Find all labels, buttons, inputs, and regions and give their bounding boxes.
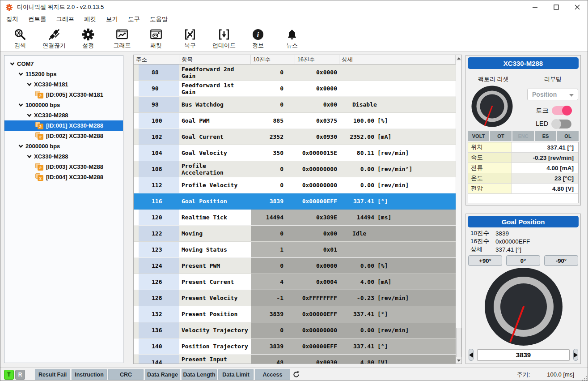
goal-button-zero[interactable]: 0° xyxy=(506,255,540,266)
table-row-88[interactable]: 88Feedforward 2nd Gain00x0000 xyxy=(134,64,456,81)
minimize-icon xyxy=(533,4,538,10)
tree-item-model-xc330-m288-a[interactable]: XC330-M288 xyxy=(4,110,123,120)
status-button-data-limit[interactable]: Data Limit xyxy=(218,369,254,380)
menu-item-graph[interactable]: 그래프 xyxy=(51,15,80,23)
table-row-102[interactable]: 102Goal Current23520x09302352.00[mA] xyxy=(134,129,456,145)
cell-decimal: 2352 xyxy=(251,129,295,145)
goal-value-input[interactable] xyxy=(477,349,570,361)
tree-item-id-005-xc330-m181[interactable]: 2[ID:005] XC330-M181 xyxy=(4,90,123,100)
resize-grip[interactable] xyxy=(582,376,587,381)
tree-item-com7[interactable]: COM7 xyxy=(4,59,123,69)
menu-item-packet[interactable]: 패킷 xyxy=(79,15,101,23)
tree-item-id-002-xc330-m288[interactable]: 2[ID:002] XC330-M288 xyxy=(4,131,123,141)
table-row-124[interactable]: 124Present PWM00x00000.00[%] xyxy=(134,258,456,274)
goal-button-plus-90[interactable]: +90° xyxy=(468,255,502,266)
reboot-label: 리부팅 xyxy=(544,75,562,83)
operating-mode-select[interactable]: Position xyxy=(527,89,578,100)
tree-item-id-001-xc330-m288[interactable]: 2[ID:001] XC330-M288 xyxy=(4,120,123,131)
tree-item-baud-2000000[interactable]: 2000000 bps xyxy=(4,141,123,151)
scroll-up-button[interactable] xyxy=(456,55,461,61)
arrow-right-icon xyxy=(574,352,578,358)
toolbar-button-graph[interactable]: 그래프 xyxy=(105,25,139,51)
table-row-128[interactable]: 128Present Velocity-10xFFFFFFFF-0.23[rev… xyxy=(134,290,456,306)
toolbar-button-packet[interactable]: 패킷 xyxy=(139,25,173,51)
table-row-104[interactable]: 104Goal Velocity3500x0000015E80.11[rev/m… xyxy=(134,145,456,161)
column-header-1[interactable]: 항목 xyxy=(179,55,251,64)
toolbar-button-recovery[interactable]: 복구 xyxy=(173,25,207,51)
table-row-90[interactable]: 90Feedforward 1st Gain00x0000 xyxy=(134,81,456,97)
status-button-access[interactable]: Access xyxy=(255,369,290,380)
tree-item-id-003-xc330-m288[interactable]: 2[ID:003] XC330-M288 xyxy=(4,162,123,172)
table-row-122[interactable]: 122Moving00x00Idle xyxy=(134,226,456,242)
detail-number: 0.00 xyxy=(339,166,374,172)
table-row-144[interactable]: 144Present Input Voltage480x00304.80[V] xyxy=(134,355,456,364)
minimize-button[interactable] xyxy=(525,0,546,14)
reboot-button[interactable]: 리부팅 xyxy=(542,75,562,83)
cell-item: Realtime Tick xyxy=(179,210,251,225)
scroll-down-button[interactable] xyxy=(456,357,461,364)
increment-button[interactable] xyxy=(573,349,578,361)
toolbar-button-update[interactable]: 업데이트 xyxy=(207,25,241,51)
status-button-data-length[interactable]: Data Length xyxy=(182,369,217,380)
scrollbar-thumb[interactable] xyxy=(456,328,461,357)
tree-item-model-xc330-m181[interactable]: XC330-M181 xyxy=(4,79,123,90)
menu-item-device[interactable]: 장치 xyxy=(1,15,23,23)
table-row-116[interactable]: 116Goal Position38390x00000EFF337.41[°] xyxy=(134,193,456,210)
decrement-button[interactable] xyxy=(469,349,474,361)
goal-row-value: 0x00000EFF xyxy=(495,238,530,245)
column-header-4[interactable]: 상세 xyxy=(339,55,456,64)
toolbar-button-settings[interactable]: 설정 xyxy=(71,25,105,51)
tree-item-id-004-xc330-m288[interactable]: 2[ID:004] XC330-M288 xyxy=(4,172,123,182)
tree-item-model-xc330-m288-b[interactable]: XC330-M288 xyxy=(4,151,123,162)
goal-row-value: 337.41 [°] xyxy=(495,246,521,253)
detail-number: 4.00 xyxy=(339,278,374,285)
led-toggle[interactable] xyxy=(552,120,571,128)
rx-indicator: R xyxy=(15,370,25,380)
toolbar-button-info[interactable]: i정보 xyxy=(241,25,275,51)
goal-position-dial[interactable] xyxy=(484,267,563,348)
table-row-98[interactable]: 98Bus Watchdog00x00Disable xyxy=(134,97,456,113)
table-row-140[interactable]: 140Position Trajectory38390x00000EFF337.… xyxy=(134,338,456,355)
cell-item: Goal PWM xyxy=(179,113,251,128)
cell-hex: 0x00000000 xyxy=(295,177,339,193)
toolbar-button-disconnect[interactable]: 연결끊기 xyxy=(37,25,71,51)
column-header-0[interactable]: 주소 xyxy=(134,55,179,64)
scroll-up-icon xyxy=(457,57,461,60)
tree-item-label: 1000000 bps xyxy=(25,102,60,108)
cell-address: 128 xyxy=(134,290,179,306)
column-header-3[interactable]: 16진수 xyxy=(295,55,339,64)
toolbar-button-news[interactable]: 뉴스 xyxy=(275,25,309,51)
tree-item-baud-1000000[interactable]: 1000000 bps xyxy=(4,100,123,110)
toolbar-button-search[interactable]: 검색 xyxy=(3,25,37,51)
torque-toggle[interactable] xyxy=(552,106,571,115)
table-row-126[interactable]: 126Present Current40x00044.00[mA] xyxy=(134,274,456,290)
menu-item-view[interactable]: 보기 xyxy=(101,15,123,23)
status-button-crc[interactable]: CRC xyxy=(108,369,144,380)
close-button[interactable] xyxy=(567,0,588,14)
cell-decimal: 48 xyxy=(251,355,295,364)
table-row-112[interactable]: 112Profile Velocity00x000000000.00[rev/m… xyxy=(134,177,456,193)
table-scrollbar[interactable] xyxy=(456,55,461,364)
table-row-132[interactable]: 132Present Position38390x00000EFF337.41[… xyxy=(134,306,456,322)
table-row-123[interactable]: 123Moving Status10x01 xyxy=(134,242,456,258)
goal-button-minus-90[interactable]: -90° xyxy=(544,255,578,266)
cell-address: 120 xyxy=(134,210,179,225)
menu-item-tools[interactable]: 도구 xyxy=(123,15,145,23)
tree-item-baud-115200[interactable]: 115200 bps xyxy=(4,69,123,79)
refresh-button[interactable] xyxy=(292,371,300,378)
reading-value-voltage: 4.80 [V] xyxy=(512,184,578,193)
status-button-result-fail[interactable]: Result Fail xyxy=(35,369,70,380)
menu-item-control[interactable]: 컨트롤 xyxy=(23,15,51,23)
menu-item-help[interactable]: 도움말 xyxy=(145,15,173,23)
factory-reset-button[interactable]: 팩토리 리셋 xyxy=(476,75,509,83)
table-row-136[interactable]: 136Velocity Trajectory00x000000000.00[re… xyxy=(134,322,456,338)
status-button-instruction[interactable]: Instruction xyxy=(72,369,107,380)
cell-decimal: 0 xyxy=(251,97,295,112)
cell-item: Moving Status xyxy=(179,242,251,257)
status-button-data-range[interactable]: Data Range xyxy=(145,369,180,380)
table-row-100[interactable]: 100Goal PWM8850x0375100.00[%] xyxy=(134,113,456,129)
table-row-120[interactable]: 120Realtime Tick144940x389E14494[ms] xyxy=(134,210,456,226)
table-row-108[interactable]: 108Profile Acceleration00x000000000.00[r… xyxy=(134,161,456,177)
column-header-2[interactable]: 10진수 xyxy=(251,55,295,64)
maximize-button[interactable] xyxy=(546,0,567,14)
